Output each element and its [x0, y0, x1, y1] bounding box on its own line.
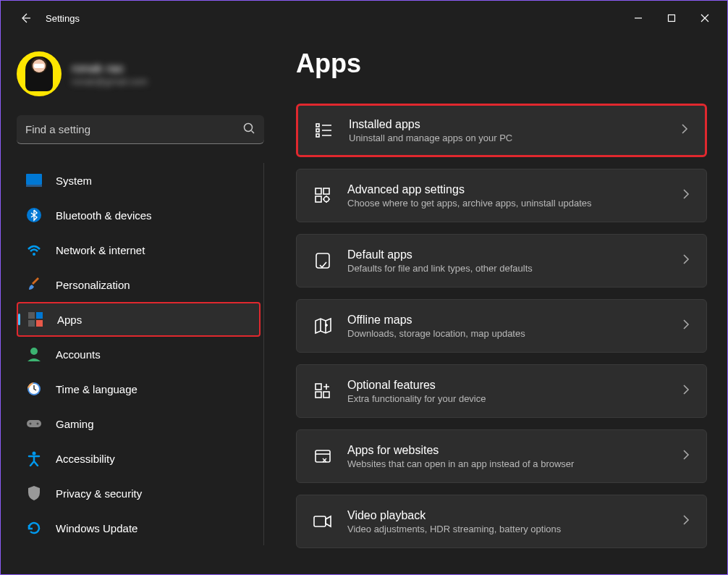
sidebar-item-label: Windows Update — [56, 522, 137, 534]
app-title: Settings — [46, 13, 80, 24]
card-installed-apps[interactable]: Installed apps Uninstall and manage apps… — [296, 104, 707, 157]
svg-rect-22 — [316, 196, 321, 202]
svg-rect-18 — [316, 129, 319, 132]
card-title: Apps for websites — [347, 444, 667, 457]
card-title: Advanced app settings — [347, 183, 667, 196]
svg-rect-19 — [316, 134, 319, 137]
sidebar-item-system[interactable]: System — [17, 163, 261, 198]
chevron-right-icon — [682, 253, 690, 268]
sidebar-item-label: Privacy & security — [56, 487, 142, 500]
card-apps-for-websites[interactable]: Apps for websites Websites that can open… — [296, 429, 707, 483]
content: Apps Installed apps Uninstall and manage… — [276, 35, 727, 574]
wifi-icon — [25, 241, 43, 259]
card-subtitle: Extra functionality for your device — [347, 393, 667, 404]
sidebar-item-label: Time & language — [56, 383, 137, 395]
sidebar-item-gaming[interactable]: Gaming — [17, 406, 261, 441]
chevron-right-icon — [682, 384, 690, 398]
card-subtitle: Downloads, storage location, map updates — [347, 328, 667, 339]
card-advanced-app-settings[interactable]: Advanced app settings Choose where to ge… — [296, 169, 707, 222]
sidebar-item-label: Apps — [57, 314, 82, 326]
card-subtitle: Websites that can open in an app instead… — [347, 458, 667, 469]
sidebar-item-apps[interactable]: Apps — [17, 302, 261, 337]
card-title: Optional features — [347, 379, 667, 392]
minimize-button[interactable] — [622, 4, 655, 33]
svg-rect-21 — [323, 188, 329, 194]
card-title: Video playback — [347, 509, 667, 522]
update-icon — [25, 519, 43, 537]
card-subtitle: Video adjustments, HDR streaming, batter… — [347, 524, 667, 534]
svg-rect-29 — [314, 516, 326, 526]
sidebar-item-privacy[interactable]: Privacy & security — [17, 476, 261, 511]
svg-rect-2 — [26, 174, 42, 185]
card-video-playback[interactable]: Video playback Video adjustments, HDR st… — [296, 495, 707, 548]
optional-features-icon — [313, 381, 333, 401]
sidebar-item-bluetooth[interactable]: Bluetooth & devices — [17, 198, 261, 232]
maximize-button[interactable] — [655, 4, 688, 33]
titlebar: Settings — [1, 1, 727, 35]
svg-rect-7 — [36, 312, 43, 319]
close-button[interactable] — [688, 4, 721, 33]
search-icon — [242, 122, 255, 138]
sidebar-item-personalization[interactable]: Personalization — [17, 267, 261, 302]
svg-rect-28 — [316, 450, 330, 462]
sidebar-item-label: Network & internet — [56, 244, 145, 256]
default-apps-icon — [313, 251, 333, 271]
svg-rect-13 — [27, 420, 41, 427]
card-default-apps[interactable]: Default apps Defaults for file and link … — [296, 234, 707, 288]
svg-rect-20 — [316, 188, 321, 194]
nav: System Bluetooth & devices Network & int… — [17, 163, 264, 545]
sidebar-item-label: Accessibility — [56, 453, 115, 465]
sidebar-item-accounts[interactable]: Accounts — [17, 337, 261, 372]
sidebar-item-accessibility[interactable]: Accessibility — [17, 441, 261, 476]
clock-icon — [25, 380, 43, 398]
person-icon — [25, 345, 43, 363]
user-block[interactable]: ronak rao ronak@gmail.com — [17, 51, 264, 96]
maps-icon — [313, 316, 333, 336]
chevron-right-icon — [682, 188, 690, 203]
sidebar-item-label: System — [56, 175, 92, 187]
card-subtitle: Choose where to get apps, archive apps, … — [347, 198, 667, 209]
user-name: ronak rao — [72, 62, 148, 76]
card-subtitle: Defaults for file and link types, other … — [347, 263, 667, 274]
svg-rect-25 — [316, 384, 321, 390]
sidebar-item-label: Accounts — [56, 348, 101, 361]
svg-rect-26 — [316, 392, 321, 398]
svg-point-1 — [245, 123, 253, 131]
sidebar-item-label: Personalization — [56, 279, 130, 291]
svg-point-15 — [37, 423, 39, 425]
user-email: ronak@gmail.com — [72, 76, 148, 87]
card-title: Default apps — [347, 248, 667, 261]
sidebar-item-time[interactable]: Time & language — [17, 372, 261, 406]
svg-rect-0 — [669, 15, 675, 22]
accessibility-icon — [25, 450, 43, 467]
video-icon — [313, 511, 333, 532]
search-box[interactable] — [17, 115, 264, 144]
chevron-right-icon — [682, 449, 690, 463]
sidebar-item-network[interactable]: Network & internet — [17, 232, 261, 267]
chevron-right-icon — [682, 319, 690, 333]
apps-icon — [27, 311, 44, 328]
page-title: Apps — [296, 49, 707, 79]
svg-rect-27 — [323, 392, 329, 398]
paintbrush-icon — [25, 276, 43, 293]
card-optional-features[interactable]: Optional features Extra functionality fo… — [296, 364, 707, 418]
card-title: Offline maps — [347, 314, 667, 327]
search-input[interactable] — [25, 123, 242, 135]
svg-rect-8 — [28, 320, 35, 327]
sidebar-item-update[interactable]: Windows Update — [17, 511, 261, 545]
svg-rect-6 — [28, 312, 35, 319]
gamepad-icon — [25, 415, 43, 432]
shield-icon — [25, 484, 43, 502]
svg-point-14 — [30, 423, 32, 425]
system-icon — [25, 172, 43, 189]
svg-rect-9 — [36, 320, 43, 327]
avatar — [17, 51, 62, 96]
chevron-right-icon — [682, 514, 690, 529]
card-subtitle: Uninstall and manage apps on your PC — [349, 133, 666, 143]
svg-rect-3 — [26, 185, 42, 187]
back-button[interactable] — [14, 7, 37, 30]
chevron-right-icon — [680, 123, 689, 138]
svg-point-5 — [33, 253, 35, 256]
bluetooth-icon — [25, 206, 43, 224]
card-offline-maps[interactable]: Offline maps Downloads, storage location… — [296, 299, 707, 353]
